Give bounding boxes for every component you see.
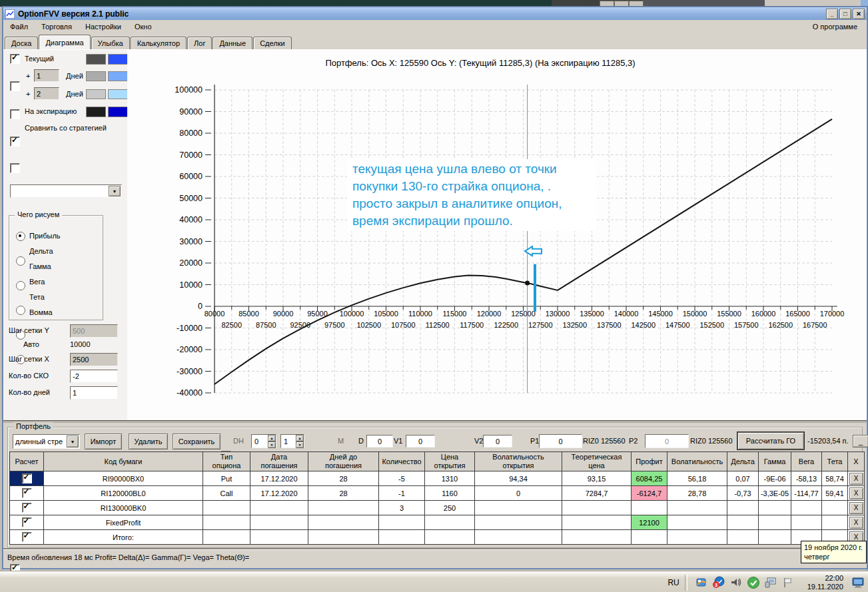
tab-deals[interactable]: Сделки: [253, 37, 292, 49]
minimize-button[interactable]: _: [826, 9, 838, 19]
strategy-dropdown[interactable]: ▼: [10, 184, 122, 198]
title-bar[interactable]: OptionFVV версия 2.1 public _ □ ✕: [3, 7, 867, 20]
spin-up-icon[interactable]: ▲: [296, 435, 304, 442]
spin-down-icon[interactable]: ▼: [268, 442, 276, 448]
expiration-checkbox[interactable]: [10, 137, 20, 147]
grid-step-x-field[interactable]: 2500: [70, 353, 118, 366]
row-calc-checkbox[interactable]: [22, 503, 32, 513]
menu-about[interactable]: О программе: [813, 20, 857, 34]
table-row[interactable]: RI120000BL0Call17.12.202028-1116007284,7…: [10, 486, 865, 501]
flag-icon[interactable]: [781, 576, 795, 589]
maximize-button[interactable]: □: [839, 9, 851, 19]
menu-file[interactable]: Файл: [3, 20, 35, 34]
volume-icon[interactable]: [729, 576, 743, 589]
spin-down-icon[interactable]: ▼: [296, 442, 304, 448]
radio-delta[interactable]: [16, 256, 25, 266]
save-button[interactable]: Сохранить: [173, 434, 220, 449]
dh-spinner-2[interactable]: 1 ▲▼: [280, 434, 304, 448]
row-delete-button[interactable]: X: [849, 502, 863, 514]
v1-field[interactable]: 0: [406, 435, 435, 447]
menu-trading[interactable]: Торговля: [35, 20, 79, 34]
tab-diagram[interactable]: Диаграмма: [39, 35, 90, 49]
row-delete-button[interactable]: X: [849, 487, 863, 499]
show-desktop-icon[interactable]: [852, 576, 865, 589]
import-button[interactable]: Импорт: [85, 434, 122, 449]
plus2-color1-swatch[interactable]: [86, 89, 106, 99]
current-color1-swatch[interactable]: [86, 54, 106, 65]
x-tick-label: 97500: [324, 321, 345, 329]
clock: 22:00 19.11.2020: [807, 574, 843, 591]
radio-gamma[interactable]: [16, 281, 25, 290]
grid-step-y-field[interactable]: 500: [70, 324, 118, 338]
application-tray-icon[interactable]: [695, 576, 708, 589]
table-cell: [822, 515, 848, 530]
table-row[interactable]: FixedProfit12100X: [10, 515, 865, 530]
table-cell: 250: [425, 501, 475, 515]
menu-window[interactable]: Окно: [128, 20, 159, 34]
row-calc-checkbox[interactable]: [22, 473, 32, 483]
row-calc-checkbox[interactable]: [22, 488, 32, 498]
plus1-color2-swatch[interactable]: [108, 71, 128, 81]
tab-board[interactable]: Доска: [5, 37, 38, 49]
compare-strategy-checkbox[interactable]: [10, 163, 20, 173]
tab-log[interactable]: Лог: [187, 37, 212, 49]
radio-vega[interactable]: [16, 306, 25, 315]
language-indicator[interactable]: RU: [667, 578, 679, 587]
diagram-page: Текущий + 1 Дней + 2 Дней На экспирацию …: [3, 49, 867, 421]
current-checkbox[interactable]: [10, 54, 20, 64]
plus2-color2-swatch[interactable]: [108, 89, 128, 99]
expiration-color2-swatch[interactable]: [108, 107, 128, 117]
plus1-checkbox[interactable]: [10, 81, 20, 91]
taskbar[interactable]: RU 3 22:00 19.11.2020: [0, 571, 868, 592]
row-calc-checkbox[interactable]: [22, 532, 32, 542]
p1-field[interactable]: 0: [539, 434, 582, 448]
chevron-down-icon[interactable]: ▼: [67, 436, 79, 447]
tab-smile[interactable]: Улыбка: [91, 37, 130, 49]
table-cell: 3: [379, 501, 425, 515]
table-cell: 56,18: [667, 471, 727, 486]
row-calc-checkbox[interactable]: [22, 517, 32, 527]
sko-count-field[interactable]: -2: [70, 370, 118, 383]
table-cell: RI130000BK0: [44, 501, 203, 515]
table-header: Код бумаги: [44, 452, 203, 471]
dh-spinner-1[interactable]: 0 ▲▼: [251, 434, 276, 448]
p2-field[interactable]: 0: [645, 434, 689, 448]
days-count-field[interactable]: 1: [70, 386, 118, 400]
security-check-icon[interactable]: [747, 576, 760, 589]
table-row[interactable]: Итого:X: [10, 530, 865, 545]
current-label: Текущий: [25, 55, 54, 63]
table-row[interactable]: RI90000BX0Put17.12.202028-5131094,3493,1…: [10, 471, 865, 486]
row-delete-button[interactable]: X: [849, 517, 863, 529]
spin-up-icon[interactable]: ▲: [268, 435, 276, 442]
chart-svg[interactable]: -40000-30000-20000-100000100002000030000…: [127, 50, 867, 421]
plus2-checkbox[interactable]: [10, 109, 20, 119]
plus1-days-input[interactable]: 1: [34, 69, 59, 82]
v2-field[interactable]: 0: [483, 435, 512, 447]
close-button[interactable]: ✕: [853, 9, 865, 19]
table-cell: 1160: [425, 486, 475, 501]
plus1-color1-swatch[interactable]: [86, 71, 106, 81]
table-cell: [727, 515, 759, 530]
notification-badge-icon[interactable]: 3: [712, 576, 725, 589]
chart-area[interactable]: Портфель: Ось X: 125590 Ось Y: (Текущий …: [127, 50, 867, 421]
menu-settings[interactable]: Настройки: [79, 20, 128, 34]
tab-calculator[interactable]: Калькулятор: [131, 37, 187, 49]
app-window: OptionFVV версия 2.1 public _ □ ✕ Файл Т…: [3, 7, 867, 569]
network-icon[interactable]: [764, 576, 777, 589]
row-delete-button[interactable]: X: [849, 473, 863, 485]
chevron-down-icon[interactable]: ▼: [109, 186, 121, 196]
plus2-days-input[interactable]: 2: [34, 87, 59, 100]
preset-dropdown[interactable]: длинный стре ▼: [13, 434, 80, 449]
table-cell: 7284,7: [562, 486, 632, 501]
tab-data[interactable]: Данные: [213, 37, 252, 49]
current-color2-swatch[interactable]: [108, 54, 128, 65]
radio-delta-label: Дельта: [29, 247, 53, 255]
background-windows-strip: [0, 0, 868, 7]
calc-go-button[interactable]: Рассчитать ГО: [737, 432, 804, 449]
expiration-color1-swatch[interactable]: [86, 107, 106, 117]
table-row[interactable]: RI130000BK03250X: [10, 501, 865, 515]
collapse-button[interactable]: _: [853, 435, 868, 447]
radio-profit[interactable]: [16, 232, 25, 241]
delete-button[interactable]: Удалить: [129, 434, 168, 449]
d-field[interactable]: 0: [366, 435, 393, 447]
